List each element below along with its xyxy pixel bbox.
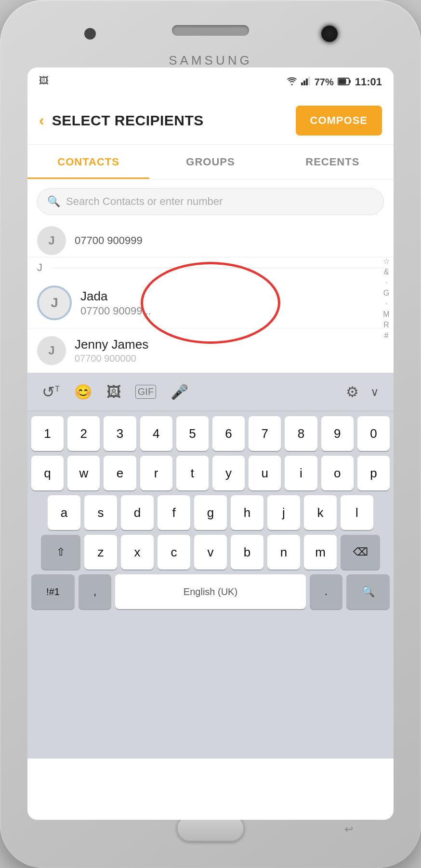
key-x[interactable]: x — [121, 535, 154, 570]
phone-camera — [320, 24, 339, 43]
contact-avatar-jada: J — [37, 285, 72, 320]
alpha-g[interactable]: G — [383, 289, 389, 297]
signal-icon — [301, 76, 311, 88]
key-row-asdf: a s d f g h j k l — [31, 495, 390, 530]
status-right: 77% 11:01 — [287, 76, 382, 88]
emoji-icon[interactable]: 😊 — [74, 383, 92, 400]
key-c[interactable]: c — [158, 535, 190, 570]
key-f[interactable]: f — [158, 495, 190, 530]
key-2[interactable]: 2 — [67, 416, 100, 451]
svg-rect-0 — [301, 82, 303, 85]
compose-button[interactable]: COMPOSE — [296, 106, 382, 136]
search-bar[interactable]: 🔍 Search Contacts or enter number — [37, 188, 384, 215]
key-9[interactable]: 9 — [321, 416, 354, 451]
key-q[interactable]: q — [31, 456, 64, 490]
key-1[interactable]: 1 — [31, 416, 64, 451]
key-m[interactable]: m — [304, 535, 337, 570]
battery-percent: 77% — [315, 77, 334, 88]
search-icon: 🔍 — [47, 195, 60, 208]
key-space[interactable]: English (UK) — [115, 574, 306, 609]
alpha-star[interactable]: ☆ — [383, 258, 390, 265]
tab-groups[interactable]: GROUPS — [149, 145, 271, 179]
key-period[interactable]: . — [310, 574, 342, 609]
svg-rect-2 — [306, 79, 308, 85]
sticker-icon[interactable]: 🖼 — [106, 384, 121, 400]
alphabet-index[interactable]: ☆ & · G · M R # — [383, 224, 390, 373]
key-b[interactable]: b — [231, 535, 263, 570]
svg-rect-3 — [308, 77, 310, 85]
alpha-amp[interactable]: & — [384, 268, 389, 276]
wifi-icon — [287, 77, 297, 88]
app-header: ‹ SELECT RECIPIENTS COMPOSE — [27, 96, 394, 145]
contact-number-jada: 07700 90099... — [80, 305, 151, 317]
key-row-bottom: !#1 , English (UK) . 🔍 — [31, 574, 390, 609]
contact-info-jenny: Jenny James 07700 900000 — [75, 337, 148, 364]
key-v[interactable]: v — [194, 535, 227, 570]
search-input[interactable]: Search Contacts or enter number — [66, 195, 223, 208]
key-z[interactable]: z — [84, 535, 117, 570]
alpha-dot1: · — [385, 279, 387, 286]
key-4[interactable]: 4 — [140, 416, 172, 451]
keyboard-swap-icon[interactable]: ↺T — [42, 383, 60, 401]
phone-screen: 🖼 — [27, 68, 394, 820]
key-3[interactable]: 3 — [104, 416, 136, 451]
keyboard-settings-icon[interactable]: ⚙ — [346, 383, 359, 400]
hardware-back-button[interactable]: ↩ — [339, 822, 358, 837]
key-l[interactable]: l — [341, 495, 373, 530]
alpha-dot2: · — [385, 300, 387, 308]
key-0[interactable]: 0 — [357, 416, 390, 451]
key-u[interactable]: u — [249, 456, 281, 490]
alpha-m[interactable]: M — [383, 311, 389, 318]
keyboard-toolbar-icons: ↺T 😊 🖼 GIF 🎤 — [42, 383, 188, 401]
key-o[interactable]: o — [321, 456, 354, 490]
keyboard-right-icons: ⚙ ∨ — [346, 383, 379, 400]
key-shift[interactable]: ⇧ — [41, 535, 80, 570]
contact-info-partial: 07700 900999 — [75, 234, 143, 247]
back-button[interactable]: ‹ — [39, 111, 44, 129]
keyboard-keys: 1 2 3 4 5 6 7 8 9 0 q w e r t — [27, 411, 394, 619]
brand-logo: SAMSUNG — [169, 53, 252, 68]
contact-avatar-jenny: J — [37, 336, 66, 365]
key-g[interactable]: g — [194, 495, 227, 530]
key-p[interactable]: p — [357, 456, 390, 490]
key-backspace[interactable]: ⌫ — [341, 535, 380, 570]
key-e[interactable]: e — [104, 456, 136, 490]
key-w[interactable]: w — [67, 456, 100, 490]
alpha-hash[interactable]: # — [384, 332, 389, 339]
battery-icon — [338, 76, 351, 88]
key-search[interactable]: 🔍 — [346, 574, 390, 609]
key-d[interactable]: d — [121, 495, 154, 530]
key-h[interactable]: h — [231, 495, 263, 530]
status-bar: 🖼 — [27, 68, 394, 96]
key-y[interactable]: y — [212, 456, 245, 490]
key-7[interactable]: 7 — [249, 416, 281, 451]
tab-recents[interactable]: RECENTS — [272, 145, 394, 179]
key-5[interactable]: 5 — [176, 416, 209, 451]
key-r[interactable]: r — [140, 456, 172, 490]
keyboard-collapse-icon[interactable]: ∨ — [370, 385, 379, 399]
alpha-r[interactable]: R — [383, 321, 389, 329]
key-t[interactable]: t — [176, 456, 209, 490]
gif-icon[interactable]: GIF — [135, 385, 156, 399]
key-8[interactable]: 8 — [285, 416, 317, 451]
key-n[interactable]: n — [267, 535, 300, 570]
key-s[interactable]: s — [84, 495, 117, 530]
header-left: ‹ SELECT RECIPIENTS — [39, 111, 204, 129]
tab-contacts[interactable]: CONTACTS — [27, 145, 149, 179]
time-display: 11:01 — [355, 76, 382, 88]
keyboard-area: ↺T 😊 🖼 GIF 🎤 ⚙ ∨ 1 2 3 4 — [27, 373, 394, 759]
key-a[interactable]: a — [48, 495, 80, 530]
front-sensor — [84, 28, 96, 40]
key-k[interactable]: k — [304, 495, 337, 530]
key-6[interactable]: 6 — [212, 416, 245, 451]
key-i[interactable]: i — [285, 456, 317, 490]
page-title: SELECT RECIPIENTS — [52, 112, 204, 129]
contact-info-jada: Jada 07700 90099... — [80, 289, 151, 317]
contact-item-partial[interactable]: J 07700 900999 — [27, 224, 394, 258]
contact-item-jenny[interactable]: J Jenny James 07700 900000 — [27, 328, 394, 373]
key-comma[interactable]: , — [79, 574, 111, 609]
contact-item-jada[interactable]: J Jada 07700 90099... — [27, 278, 394, 328]
mic-icon[interactable]: 🎤 — [171, 383, 188, 400]
key-symbols[interactable]: !#1 — [31, 574, 75, 609]
key-j[interactable]: j — [267, 495, 300, 530]
